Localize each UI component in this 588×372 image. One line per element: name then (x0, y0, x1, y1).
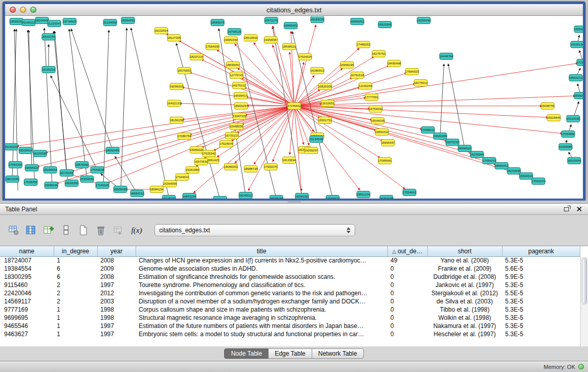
graph-node[interactable]: 19133694 (282, 157, 296, 164)
graph-node[interactable]: 16364955 (163, 181, 177, 187)
graph-node[interactable]: 18207224 (190, 54, 204, 60)
close-window-icon[interactable] (10, 7, 16, 13)
graph-node[interactable]: 18698321 (282, 43, 296, 50)
graph-node[interactable]: 18821565 (6, 176, 19, 183)
graph-node[interactable]: 18117305 (167, 35, 181, 41)
graph-node[interactable]: 17554230 (213, 196, 227, 199)
graph-node[interactable]: 18992456 (106, 147, 120, 154)
graph-node[interactable]: 17240402 (288, 103, 301, 110)
graph-node[interactable]: 15875230 (446, 139, 460, 146)
graph-node[interactable]: 16916849 (547, 115, 561, 121)
graph-node[interactable]: 17485053 (357, 41, 371, 48)
graph-node[interactable]: 19245032 (162, 195, 176, 199)
table-settings-button[interactable] (6, 223, 21, 238)
zoom-window-icon[interactable] (30, 7, 36, 13)
graph-node[interactable]: 25160305 (5, 144, 18, 150)
graph-node[interactable]: 16909417 (234, 93, 248, 99)
graph-node[interactable]: 16584290 (295, 193, 309, 199)
graph-node[interactable]: 20154558 (103, 19, 117, 26)
graph-node[interactable]: 15572275 (265, 17, 278, 24)
graph-node[interactable]: 17894303 (405, 69, 419, 75)
column-header-in_degree[interactable]: in_degree (54, 246, 97, 256)
table-row[interactable]: 1872400712008Changes of HCN gene express… (0, 256, 580, 265)
graph-node[interactable]: 18583979 (211, 19, 225, 26)
graph-node[interactable]: 19356448 (417, 17, 431, 24)
graph-node[interactable]: 20160113 (22, 19, 36, 26)
table-row[interactable]: 946362711997Embryonic stem cells: a mode… (0, 330, 580, 338)
graph-node[interactable]: 12610651 (321, 100, 335, 107)
graph-node[interactable]: 17525342 (202, 150, 216, 157)
table-row[interactable]: 2242004622012Investigating the contribut… (0, 289, 580, 297)
tab-edge-table[interactable]: Edge Table (268, 348, 312, 359)
graph-node[interactable]: 18955497 (381, 140, 395, 146)
graph-node[interactable]: 18240013 (239, 192, 253, 199)
graph-node[interactable]: 13367325 (233, 113, 247, 120)
graph-node[interactable]: 15875065 (75, 162, 89, 168)
graph-node[interactable]: 15820306 (318, 83, 332, 90)
graph-node[interactable]: 17344641 (176, 174, 189, 181)
graph-node[interactable]: 19356587 (264, 37, 278, 43)
graph-node[interactable]: 16973530 (194, 159, 208, 165)
graph-node[interactable]: 18984154 (150, 186, 164, 193)
graph-node[interactable]: 15544039 (371, 118, 385, 124)
table-row[interactable]: 969969511998Structural magnetic resonanc… (0, 314, 580, 322)
graph-node[interactable]: 17085681 (378, 158, 392, 164)
tab-network-table[interactable]: Network Table (312, 348, 364, 359)
graph-node[interactable]: 16506355 (65, 180, 79, 187)
graph-node[interactable]: 19086053 (224, 164, 238, 170)
graph-node[interactable]: 17554662 (403, 189, 417, 196)
float-panel-button[interactable] (562, 205, 571, 213)
graph-node[interactable]: 15938755 (541, 103, 555, 110)
graph-node[interactable]: 17086756 (178, 133, 191, 140)
graph-node[interactable]: 15005654 (43, 167, 57, 173)
create-table-button[interactable] (76, 223, 91, 238)
graph-node[interactable]: 17777651 (365, 94, 379, 101)
table-row[interactable]: 1456911722003Disruption of a novel membe… (0, 297, 580, 305)
table-selector-dropdown[interactable]: citations_edges.txt (155, 224, 355, 236)
scrollbar-thumb[interactable] (582, 258, 587, 304)
splitter-grip-icon[interactable] (288, 201, 301, 203)
graph-node[interactable]: 17608455 (24, 179, 38, 186)
graph-node[interactable]: 19734903 (63, 18, 77, 25)
graph-node[interactable]: 16075912 (414, 80, 428, 86)
graph-node[interactable]: 15361885 (186, 167, 200, 173)
graph-node[interactable]: 16254035 (380, 195, 394, 199)
graph-node[interactable]: 16275751 (372, 51, 386, 57)
graph-node[interactable]: 12775743 (230, 72, 244, 79)
graph-node[interactable]: 16203668 (33, 150, 47, 157)
minimize-window-icon[interactable] (20, 7, 26, 13)
table-row[interactable]: 911546021997Tourette syndrome. Phenomeno… (0, 281, 580, 289)
table-row[interactable]: 1830029562008Estimation of significance … (0, 273, 580, 281)
graph-node[interactable]: 18495498 (387, 60, 401, 67)
graph-node[interactable]: 19102504 (155, 28, 168, 34)
graph-node[interactable]: 17554203 (483, 158, 496, 164)
table-row[interactable]: 946554611997Estimation of the future num… (0, 322, 580, 330)
column-header-pagerank[interactable]: pagerank (502, 246, 580, 256)
network-canvas[interactable]: 1851050419356587186983211760402616380913… (5, 16, 583, 199)
graph-node[interactable]: 12160265 (359, 83, 373, 90)
graph-node[interactable]: 16891622 (375, 129, 389, 136)
graph-node[interactable]: 16359985 (559, 144, 573, 150)
column-header-out_de[interactable]: △out_de… (387, 246, 427, 256)
graph-node[interactable]: 17604026 (298, 54, 312, 60)
window-titlebar[interactable]: citations_edges.txt (5, 4, 583, 16)
graph-node[interactable]: 18510504 (244, 35, 258, 41)
graph-node[interactable]: 18183039 (311, 16, 324, 23)
graph-node[interactable]: 18561204 (357, 191, 371, 198)
graph-node[interactable]: 15956295 (340, 62, 354, 69)
network-graph[interactable]: 1851050419356587186983211760402616380913… (5, 16, 583, 199)
graph-node[interactable]: 19565322 (25, 165, 39, 171)
graph-node[interactable]: 20160216 (42, 67, 56, 73)
graph-node[interactable]: 18988738 (244, 166, 258, 172)
graph-node[interactable]: 16992035 (574, 93, 583, 99)
graph-node[interactable]: 16715055 (60, 170, 74, 177)
graph-node[interactable]: 18996520 (458, 145, 472, 152)
graph-node[interactable]: 18384455 (121, 17, 135, 24)
graph-node[interactable]: 17562203 (532, 178, 546, 185)
add-column-button[interactable] (41, 223, 56, 238)
close-panel-button[interactable] (575, 205, 583, 213)
graph-node[interactable]: 16584312 (130, 190, 144, 197)
graph-node[interactable]: 16448794 (440, 53, 453, 60)
graph-node[interactable]: 15354556 (80, 176, 94, 183)
graph-node[interactable]: 18306404 (19, 147, 33, 154)
